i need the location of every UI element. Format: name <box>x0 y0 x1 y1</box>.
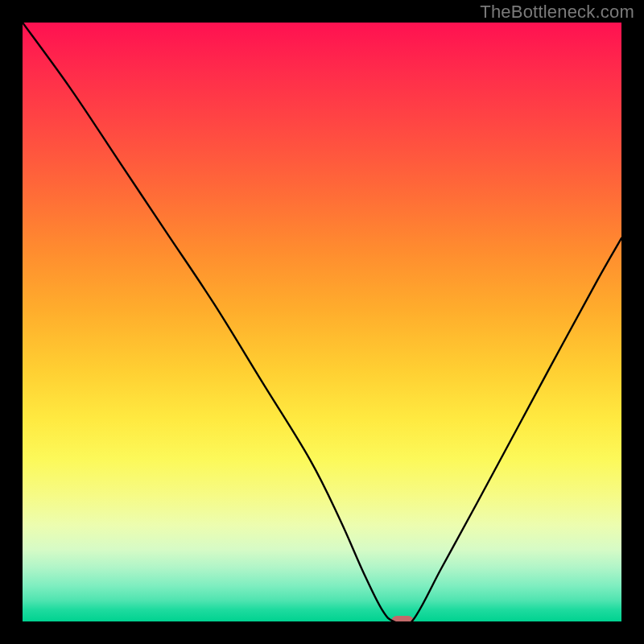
chart-frame: TheBottleneck.com <box>0 0 644 644</box>
watermark-text: TheBottleneck.com <box>480 2 634 23</box>
plot-area <box>23 23 621 621</box>
curve-svg <box>23 23 621 621</box>
bottleneck-curve <box>23 23 621 621</box>
